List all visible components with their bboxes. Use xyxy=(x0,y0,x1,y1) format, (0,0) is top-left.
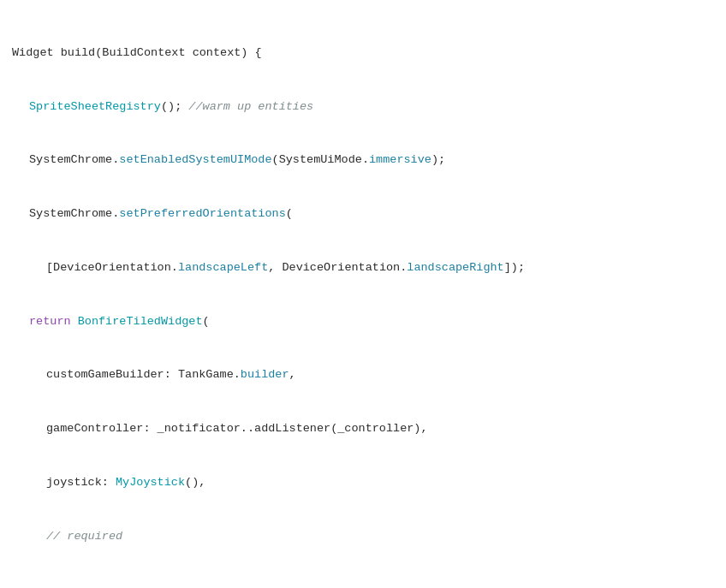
code-editor: Widget build(BuildContext context) { Spr… xyxy=(12,9,714,588)
code-line-5: [DeviceOrientation.landscapeLeft, Device… xyxy=(12,259,714,277)
code-line-4: SystemChrome.setPreferredOrientations( xyxy=(12,205,714,223)
code-text: joystick: xyxy=(46,476,116,489)
code-text: gameController: _notificator..addListene… xyxy=(46,422,428,435)
code-text: ( xyxy=(286,207,293,220)
code-text: setPreferredOrientations xyxy=(119,207,285,220)
code-text: Widget build(BuildContext context) { xyxy=(12,46,262,59)
code-text: landscapeLeft xyxy=(178,261,268,274)
code-line-9: joystick: MyJoystick(), xyxy=(12,474,714,492)
code-line-6: return BonfireTiledWidget( xyxy=(12,313,714,331)
code-text: (); xyxy=(161,100,188,113)
code-text: landscapeRight xyxy=(407,261,503,274)
code-text: SystemChrome. xyxy=(29,153,119,166)
code-text: (SystemUiMode. xyxy=(272,153,369,166)
code-text: return xyxy=(29,315,78,328)
code-text: , xyxy=(289,368,296,381)
code-line-10: // required xyxy=(12,528,714,546)
code-text: // required xyxy=(46,530,122,543)
code-text: customGameBuilder: TankGame. xyxy=(46,368,241,381)
code-text: //warm up entities xyxy=(188,100,313,113)
code-text: SpriteSheetRegistry xyxy=(29,100,161,113)
code-line-3: SystemChrome.setEnabledSystemUIMode(Syst… xyxy=(12,151,714,169)
code-text: [DeviceOrientation. xyxy=(46,261,178,274)
code-text: BonfireTiledWidget xyxy=(78,315,203,328)
code-text: setEnabledSystemUIMode xyxy=(119,153,271,166)
code-line-2: SpriteSheetRegistry(); //warm up entitie… xyxy=(12,98,714,116)
code-text: ); xyxy=(431,153,445,166)
code-text: SystemChrome. xyxy=(29,207,119,220)
code-line-8: gameController: _notificator..addListene… xyxy=(12,420,714,438)
code-text: , DeviceOrientation. xyxy=(268,261,407,274)
code-line-7: customGameBuilder: TankGame.builder, xyxy=(12,366,714,384)
code-line-1: Widget build(BuildContext context) { xyxy=(12,45,714,62)
code-text: (), xyxy=(185,476,205,489)
code-text: builder xyxy=(241,368,289,381)
code-text: ( xyxy=(203,315,210,328)
code-text: ]); xyxy=(504,261,525,274)
code-text: immersive xyxy=(369,153,431,166)
code-text: MyJoystick xyxy=(116,476,185,489)
